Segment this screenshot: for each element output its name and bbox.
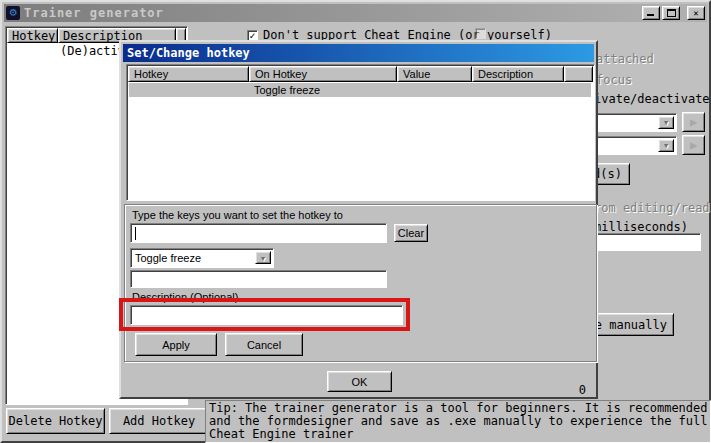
dialog-column-description[interactable]: Description [472,66,564,82]
clear-button[interactable]: Clear [394,224,428,242]
annotation-highlight [119,298,410,331]
cheat-engine-icon: ⚙ [6,6,20,20]
ok-label: OK [352,376,368,388]
counter-text: 0 [579,383,586,397]
checkbox-checked-icon[interactable]: ✓ [247,30,258,41]
delete-hotkey-label: Delete Hotkey [9,414,103,428]
tip-text: Tip: The trainer generator is a tool for… [205,400,711,443]
dialog-titlebar[interactable]: Set/Change hotkey [123,44,594,62]
selected-hotkey-row[interactable]: Toggle freeze [129,83,591,97]
dialog-column-value[interactable]: Value [397,66,472,82]
add-hotkey-button[interactable]: Add Hotkey [109,408,209,434]
column-header-hotkey[interactable]: Hotkey [7,28,58,43]
hotkey-keys-input[interactable] [130,223,387,243]
play-deactivate-sound-button[interactable]: ▶ [682,135,705,155]
play-icon: ▶ [690,138,697,152]
row-value-cell [397,83,472,97]
delete-hotkey-button[interactable]: Delete Hotkey [6,408,105,434]
window-titlebar[interactable]: ⚙ Trainer generator ✕ [4,4,707,22]
cancel-label: Cancel [247,339,281,351]
clear-label: Clear [398,227,424,239]
tip-line-3: Cheat Engine trainer [209,428,707,441]
play-activate-sound-button[interactable]: ▶ [682,112,705,132]
row-on-hotkey-cell: Toggle freeze [249,83,397,97]
freeze-interval-label: milliseconds) [594,220,688,234]
maximize-button[interactable] [662,6,680,20]
hotkey-value-input[interactable] [130,270,387,288]
row-hotkey-cell [129,83,249,97]
text-caret [135,227,136,240]
focus-label: focus [596,73,632,87]
dialog-hotkey-list[interactable]: Hotkey On Hotkey Value Description Toggl… [126,64,595,201]
add-hotkey-label: Add Hotkey [123,414,195,428]
dropdown-glyph: ▼ [260,255,267,262]
hotkey-action-select[interactable]: Toggle freeze ▼ [130,248,274,268]
protect-label: rom editing/reading [594,201,711,215]
minimize-icon [647,14,654,16]
keys-label: Type the keys you want to set the hotkey… [132,209,343,221]
close-button[interactable]: ✕ [687,6,705,20]
hidden-checkbox[interactable] [475,28,486,39]
action-select-value: Toggle freeze [135,252,201,264]
close-icon: ✕ [693,8,698,18]
dialog-column-on-hotkey[interactable]: On Hotkey [249,66,397,82]
cancel-button[interactable]: Cancel [225,333,303,356]
row-description-cell [472,83,564,97]
chevron-down-icon[interactable]: ▼ [255,251,271,264]
hotkey-edit-panel: Type the keys you want to set the hotkey… [124,204,597,362]
play-icon: ▶ [690,115,697,129]
activate-deactivate-label: ivate/deactivate [594,92,710,106]
window-title: Trainer generator [24,6,164,20]
hotkey-list-row[interactable]: (De)activ [60,44,125,58]
dialog-column-hotkey[interactable]: Hotkey [128,66,249,82]
trainer-generator-window: ⚙ Trainer generator ✕ Hotkey Description… [0,0,711,443]
maximize-icon [667,9,676,17]
apply-button[interactable]: Apply [135,333,217,356]
dialog-column-filler [564,66,593,82]
chevron-down-icon[interactable]: ▼ [658,116,674,129]
minimize-button[interactable] [642,6,660,20]
dialog-title: Set/Change hotkey [127,46,250,60]
chevron-down-icon[interactable]: ▼ [658,139,674,152]
attached-label: attached [596,52,654,66]
ok-button[interactable]: OK [327,371,392,392]
apply-label: Apply [162,339,190,351]
set-change-hotkey-dialog: Set/Change hotkey Hotkey On Hotkey Value… [119,40,598,399]
